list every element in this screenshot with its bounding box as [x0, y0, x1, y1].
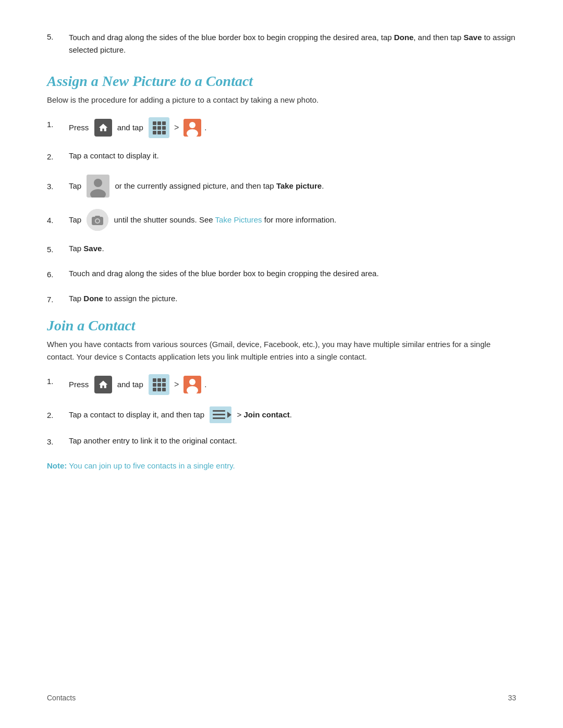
footer-page-number: 33 [508, 694, 516, 702]
step-number: 4. [47, 213, 69, 227]
note-text: You can join up to five contacts in a si… [69, 461, 235, 470]
press-label: Press [69, 121, 91, 134]
svg-rect-30 [162, 388, 166, 391]
period-label: . [204, 378, 206, 391]
svg-point-14 [94, 179, 102, 187]
camera-icon [87, 209, 108, 231]
svg-rect-28 [153, 388, 156, 391]
section1-steps: 1. Press and tap [47, 117, 516, 306]
step-content: Press and tap [69, 117, 516, 138]
take-pictures-link[interactable]: Take Pictures [215, 215, 262, 224]
footer-section: Contacts [47, 694, 76, 702]
step-number: 1. [47, 374, 69, 388]
arrow-separator: > [174, 378, 179, 391]
list-item: 2. Tap a contact to display it. [47, 150, 516, 163]
svg-point-11 [189, 122, 195, 128]
note-block: Note: You can join up to five contacts i… [47, 460, 516, 472]
svg-rect-8 [157, 131, 161, 134]
step-content: Tap a contact to display it. [69, 150, 516, 162]
list-item: 5. Tap Save. [47, 242, 516, 256]
section1-desc: Below is the procedure for adding a pict… [47, 94, 516, 106]
join-contact-text: > Join contact. [235, 409, 292, 421]
apps-icon [149, 374, 169, 395]
section2-desc: When you have contacts from various sour… [47, 338, 516, 363]
step-content: Tap another entry to link it to the orig… [69, 435, 516, 447]
section2-steps: 1. Press and tap [47, 374, 516, 448]
step-number: 7. [47, 292, 69, 306]
tap-contact-text: Tap a contact to display it, and then ta… [69, 409, 206, 421]
step-content: Press and tap [69, 374, 516, 395]
period-label: . [204, 121, 206, 134]
svg-rect-4 [153, 126, 156, 130]
step-number: 2. [47, 408, 69, 422]
arrow-separator: > [174, 121, 179, 134]
list-item: 7. Tap Done to assign the picture. [47, 292, 516, 306]
step-content: Tap until the shutter sounds. See Take P… [69, 209, 516, 231]
contacts-icon [183, 119, 201, 137]
svg-rect-22 [153, 378, 156, 382]
tap-label: Tap [69, 214, 83, 226]
svg-rect-25 [153, 383, 156, 387]
list-item: 2. Tap a contact to display it, and then… [47, 406, 516, 423]
note-label: Note: [47, 461, 67, 470]
menu-icon [210, 406, 231, 423]
contacts-icon [183, 376, 201, 393]
list-item: 4. Tap until the shutter sounds. See Tak… [47, 209, 516, 231]
home-icon [94, 119, 112, 137]
svg-rect-27 [162, 383, 166, 387]
svg-rect-5 [157, 126, 161, 130]
or-label: or the currently assigned picture, and t… [113, 180, 324, 192]
step-number: 3. [47, 179, 69, 193]
svg-rect-29 [157, 388, 161, 391]
svg-rect-35 [213, 410, 225, 412]
step-number: 5. [47, 242, 69, 256]
shutter-text: until the shutter sounds. See Take Pictu… [112, 214, 336, 226]
svg-rect-6 [162, 126, 166, 130]
svg-rect-23 [157, 378, 161, 382]
step-number: 6. [47, 267, 69, 281]
section1-title: Assign a New Picture to a Contact [47, 73, 516, 90]
svg-rect-20 [95, 216, 100, 218]
tap-label: Tap [69, 180, 83, 192]
and-tap-label: and tap [115, 378, 145, 391]
svg-point-19 [96, 219, 99, 223]
svg-rect-3 [162, 121, 166, 125]
svg-rect-36 [213, 414, 225, 415]
apps-icon [149, 117, 169, 138]
list-item: 1. Press and tap [47, 374, 516, 395]
svg-rect-37 [213, 417, 225, 419]
step-content: Tap a contact to display it, and then ta… [69, 406, 516, 423]
svg-rect-9 [162, 131, 166, 134]
step-content: Tap or the currently assigned picture, a… [69, 175, 516, 198]
step-number: 2. [47, 150, 69, 163]
home-icon [94, 376, 112, 393]
list-item: 1. Press and tap [47, 117, 516, 138]
svg-rect-7 [153, 131, 156, 134]
step-intro-number: 5. [47, 31, 69, 41]
step-number: 1. [47, 117, 69, 131]
press-label: Press [69, 378, 91, 391]
list-item: 3. Tap or the currently assigned picture… [47, 175, 516, 198]
step-content: Tap Save. [69, 242, 516, 255]
svg-rect-26 [157, 383, 161, 387]
step-content: Tap Done to assign the picture. [69, 292, 516, 305]
footer: Contacts 33 [47, 694, 516, 702]
step-number: 3. [47, 435, 69, 448]
list-item: 3. Tap another entry to link it to the o… [47, 435, 516, 448]
section2-title: Join a Contact [47, 317, 516, 334]
svg-rect-1 [153, 121, 156, 125]
step-intro-item: 5. Touch and drag along the sides of the… [47, 31, 516, 56]
svg-point-32 [189, 379, 195, 385]
svg-rect-2 [157, 121, 161, 125]
list-item: 6. Touch and drag along the sides of the… [47, 267, 516, 281]
step-intro-text: Touch and drag along the sides of the bl… [69, 31, 516, 56]
and-tap-label: and tap [115, 121, 145, 134]
avatar-icon [87, 175, 109, 198]
svg-rect-24 [162, 378, 166, 382]
step-content: Touch and drag along the sides of the bl… [69, 267, 516, 280]
